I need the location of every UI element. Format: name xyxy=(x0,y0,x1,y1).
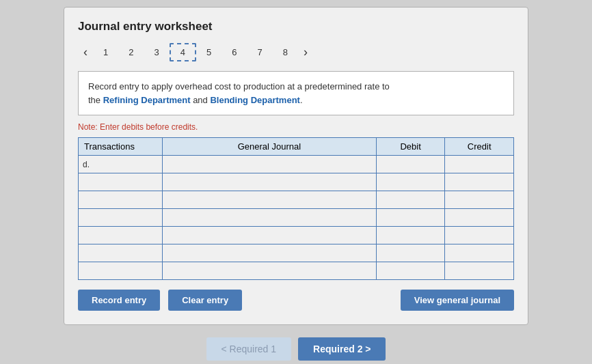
page-title: Journal entry worksheet xyxy=(78,20,514,33)
tx-label-4 xyxy=(79,227,163,244)
debit-cell-1[interactable] xyxy=(376,173,445,191)
table-row xyxy=(79,262,514,280)
note-text: Note: Enter debits before credits. xyxy=(78,122,514,132)
gj-input-4[interactable] xyxy=(163,227,376,244)
tx-label-3 xyxy=(79,209,163,227)
col-header-debit: Debit xyxy=(376,138,445,156)
bottom-navigation: < Required 1 Required 2 > xyxy=(64,337,528,361)
tx-label-0: d. xyxy=(79,156,163,173)
debit-input-4[interactable] xyxy=(377,227,445,244)
view-general-journal-button[interactable]: View general journal xyxy=(401,290,514,311)
credit-input-4[interactable] xyxy=(445,227,513,244)
credit-input-6[interactable] xyxy=(445,262,513,279)
gj-input-6[interactable] xyxy=(163,262,376,279)
gj-cell-0[interactable] xyxy=(162,156,376,173)
table-row xyxy=(79,173,514,191)
credit-input-5[interactable] xyxy=(445,244,513,262)
debit-input-6[interactable] xyxy=(377,262,445,279)
table-row: d. xyxy=(79,156,514,173)
instruction-text-part2: the xyxy=(88,95,103,105)
tab-3[interactable]: 3 xyxy=(144,44,169,61)
required1-button[interactable]: < Required 1 xyxy=(206,337,292,361)
table-row xyxy=(79,227,514,244)
debit-input-3[interactable] xyxy=(377,209,445,226)
instruction-end: . xyxy=(300,95,303,105)
table-row xyxy=(79,209,514,227)
debit-input-2[interactable] xyxy=(377,191,445,208)
credit-cell-3[interactable] xyxy=(445,209,514,227)
debit-input-1[interactable] xyxy=(377,173,445,191)
tab-4[interactable]: 4 xyxy=(170,43,196,61)
col-header-credit: Credit xyxy=(445,138,514,156)
gj-cell-5[interactable] xyxy=(162,244,376,262)
debit-cell-6[interactable] xyxy=(376,262,445,280)
table-row xyxy=(79,191,514,209)
tx-label-6 xyxy=(79,262,163,280)
instruction-box: Record entry to apply overhead cost to p… xyxy=(78,71,514,115)
journal-card: Journal entry worksheet ‹ 1 2 3 4 5 6 7 … xyxy=(64,7,528,325)
debit-input-0[interactable] xyxy=(377,156,445,173)
highlight-refining: Refining Department xyxy=(103,95,191,105)
tx-label-5 xyxy=(79,244,163,262)
debit-cell-0[interactable] xyxy=(376,156,445,173)
gj-input-1[interactable] xyxy=(163,173,376,191)
credit-cell-4[interactable] xyxy=(445,227,514,244)
prev-arrow[interactable]: ‹ xyxy=(78,45,93,59)
table-row xyxy=(79,244,514,262)
debit-cell-2[interactable] xyxy=(376,191,445,209)
tx-label-1 xyxy=(79,173,163,191)
gj-input-3[interactable] xyxy=(163,209,376,226)
tab-8[interactable]: 8 xyxy=(273,44,298,61)
debit-cell-5[interactable] xyxy=(376,244,445,262)
col-header-general-journal: General Journal xyxy=(162,138,376,156)
gj-cell-4[interactable] xyxy=(162,227,376,244)
credit-input-1[interactable] xyxy=(445,173,513,191)
credit-cell-6[interactable] xyxy=(445,262,514,280)
tab-2[interactable]: 2 xyxy=(118,44,144,61)
debit-cell-4[interactable] xyxy=(376,227,445,244)
journal-table: Transactions General Journal Debit Credi… xyxy=(78,137,514,280)
debit-cell-3[interactable] xyxy=(376,209,445,227)
clear-entry-button[interactable]: Clear entry xyxy=(168,290,242,311)
gj-cell-2[interactable] xyxy=(162,191,376,209)
gj-cell-6[interactable] xyxy=(162,262,376,280)
record-entry-button[interactable]: Record entry xyxy=(78,290,160,311)
button-row: Record entry Clear entry View general jo… xyxy=(78,290,514,311)
page-wrapper: Journal entry worksheet ‹ 1 2 3 4 5 6 7 … xyxy=(0,0,592,364)
tab-7[interactable]: 7 xyxy=(247,44,272,61)
tx-label-2 xyxy=(79,191,163,209)
credit-cell-5[interactable] xyxy=(445,244,514,262)
gj-input-2[interactable] xyxy=(163,191,376,208)
debit-input-5[interactable] xyxy=(377,244,445,262)
tab-5[interactable]: 5 xyxy=(196,44,221,61)
credit-cell-1[interactable] xyxy=(445,173,514,191)
gj-input-0[interactable] xyxy=(163,156,376,173)
credit-input-3[interactable] xyxy=(445,209,513,226)
credit-cell-2[interactable] xyxy=(445,191,514,209)
tab-1[interactable]: 1 xyxy=(93,44,118,61)
instruction-text-part1: Record entry to apply overhead cost to p… xyxy=(88,81,390,92)
tab-navigation: ‹ 1 2 3 4 5 6 7 8 › xyxy=(78,43,514,61)
col-header-transactions: Transactions xyxy=(79,138,163,156)
credit-cell-0[interactable] xyxy=(445,156,514,173)
highlight-blending: Blending Department xyxy=(210,95,299,105)
gj-cell-1[interactable] xyxy=(162,173,376,191)
tab-6[interactable]: 6 xyxy=(221,44,247,61)
required2-button[interactable]: Required 2 > xyxy=(298,337,386,361)
gj-cell-3[interactable] xyxy=(162,209,376,227)
credit-input-2[interactable] xyxy=(445,191,513,208)
instruction-middle: and xyxy=(191,95,211,105)
next-arrow[interactable]: › xyxy=(298,45,313,59)
credit-input-0[interactable] xyxy=(445,156,513,173)
gj-input-5[interactable] xyxy=(163,244,376,262)
